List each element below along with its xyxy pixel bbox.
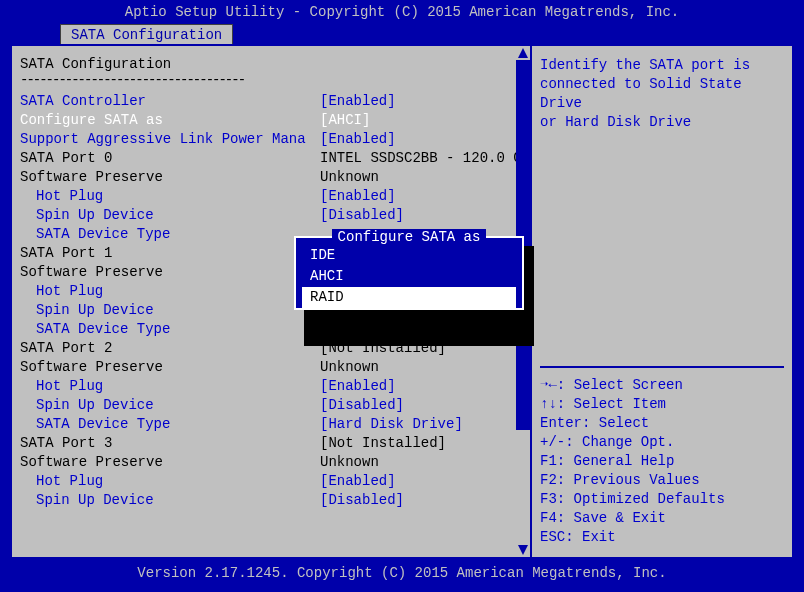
setting-value: [AHCI] bbox=[320, 111, 370, 130]
setting-row: Configure SATA as[AHCI] bbox=[20, 111, 522, 130]
key-help-line: ➝←: Select Screen bbox=[540, 376, 784, 395]
popup-option-ide[interactable]: IDE bbox=[296, 245, 522, 266]
setting-value: [Disabled] bbox=[320, 396, 404, 415]
scroll-down-icon[interactable] bbox=[518, 545, 528, 555]
key-help-line: ↑↓: Select Item bbox=[540, 395, 784, 414]
setting-value: [Enabled] bbox=[320, 472, 396, 491]
tab-bar: SATA Configuration bbox=[0, 24, 804, 44]
setting-label: Hot Plug bbox=[20, 377, 320, 396]
setting-label: SATA Device Type bbox=[20, 320, 320, 339]
setting-label: Spin Up Device bbox=[20, 491, 320, 510]
setting-row[interactable]: Spin Up Device[Disabled] bbox=[20, 396, 522, 415]
popup-option-ahci[interactable]: AHCI bbox=[296, 266, 522, 287]
setting-row[interactable]: SATA Device Type[Hard Disk Drive] bbox=[20, 415, 522, 434]
scroll-up-icon[interactable] bbox=[518, 48, 528, 58]
key-help-line: ESC: Exit bbox=[540, 528, 784, 547]
setting-value: [Enabled] bbox=[320, 187, 396, 206]
setting-row[interactable]: Spin Up Device[Disabled] bbox=[20, 206, 522, 225]
setting-value: [Enabled] bbox=[320, 377, 396, 396]
section-divider: ----------------------------------- bbox=[20, 72, 522, 88]
setting-row: Software PreserveUnknown bbox=[20, 453, 522, 472]
setting-label: SATA Port 2 bbox=[20, 339, 320, 358]
header-title: Aptio Setup Utility - Copyright (C) 2015… bbox=[0, 0, 804, 24]
key-help-line: F2: Previous Values bbox=[540, 471, 784, 490]
setting-label: Spin Up Device bbox=[20, 396, 320, 415]
setting-value: Unknown bbox=[320, 453, 379, 472]
help-text-line: Identify the SATA port is bbox=[540, 56, 784, 75]
setting-label: Support Aggressive Link Power Mana bbox=[20, 130, 320, 149]
setting-row: SATA Port 0INTEL SSDSC2BB - 120.0 G bbox=[20, 149, 522, 168]
footer-text: Version 2.17.1245. Copyright (C) 2015 Am… bbox=[0, 559, 804, 587]
setting-row[interactable]: SATA Controller[Enabled] bbox=[20, 92, 522, 111]
help-text-line: or Hard Disk Drive bbox=[540, 113, 784, 132]
setting-label: Hot Plug bbox=[20, 187, 320, 206]
setting-label: SATA Port 3 bbox=[20, 434, 320, 453]
help-text-line: connected to Solid State Drive bbox=[540, 75, 784, 113]
setting-row: SATA Port 3[Not Installed] bbox=[20, 434, 522, 453]
setting-value: [Enabled] bbox=[320, 92, 396, 111]
section-title: SATA Configuration bbox=[20, 56, 522, 72]
setting-label: SATA Controller bbox=[20, 92, 320, 111]
setting-label: SATA Device Type bbox=[20, 225, 320, 244]
popup-option-raid[interactable]: RAID bbox=[302, 287, 516, 308]
key-help-line: Enter: Select bbox=[540, 414, 784, 433]
setting-value: [Disabled] bbox=[320, 491, 404, 510]
setting-value: [Hard Disk Drive] bbox=[320, 415, 463, 434]
setting-label: Spin Up Device bbox=[20, 206, 320, 225]
setting-row: Software PreserveUnknown bbox=[20, 358, 522, 377]
key-help-line: F1: General Help bbox=[540, 452, 784, 471]
setting-row: Software PreserveUnknown bbox=[20, 168, 522, 187]
setting-value: [Enabled] bbox=[320, 130, 396, 149]
tab-sata-configuration[interactable]: SATA Configuration bbox=[60, 24, 233, 46]
setting-label: SATA Device Type bbox=[20, 415, 320, 434]
setting-value: INTEL SSDSC2BB - 120.0 G bbox=[320, 149, 522, 168]
setting-value: [Disabled] bbox=[320, 206, 404, 225]
setting-label: Spin Up Device bbox=[20, 301, 320, 320]
setting-row[interactable]: Hot Plug[Enabled] bbox=[20, 377, 522, 396]
setting-label: SATA Port 1 bbox=[20, 244, 320, 263]
setting-row[interactable]: Spin Up Device[Disabled] bbox=[20, 491, 522, 510]
setting-value: Unknown bbox=[320, 168, 379, 187]
setting-label: Software Preserve bbox=[20, 358, 320, 377]
setting-value: Unknown bbox=[320, 358, 379, 377]
key-help-line: +/-: Change Opt. bbox=[540, 433, 784, 452]
setting-row[interactable]: Hot Plug[Enabled] bbox=[20, 472, 522, 491]
setting-label: Software Preserve bbox=[20, 263, 320, 282]
setting-label: Hot Plug bbox=[20, 472, 320, 491]
setting-row[interactable]: Hot Plug[Enabled] bbox=[20, 187, 522, 206]
setting-label: Configure SATA as bbox=[20, 111, 320, 130]
setting-value: [Not Installed] bbox=[320, 434, 446, 453]
setting-row[interactable]: Support Aggressive Link Power Mana[Enabl… bbox=[20, 130, 522, 149]
key-help-line: F3: Optimized Defaults bbox=[540, 490, 784, 509]
help-divider bbox=[540, 366, 784, 368]
setting-label: Software Preserve bbox=[20, 453, 320, 472]
right-panel: Identify the SATA port is connected to S… bbox=[532, 46, 792, 557]
setting-label: Software Preserve bbox=[20, 168, 320, 187]
setting-label: Hot Plug bbox=[20, 282, 320, 301]
setting-label: SATA Port 0 bbox=[20, 149, 320, 168]
main-container: SATA Configuration ---------------------… bbox=[10, 44, 794, 559]
popup-title: Configure SATA as bbox=[296, 229, 522, 245]
popup-configure-sata[interactable]: Configure SATA as IDEAHCIRAID bbox=[294, 236, 524, 310]
key-help-line: F4: Save & Exit bbox=[540, 509, 784, 528]
